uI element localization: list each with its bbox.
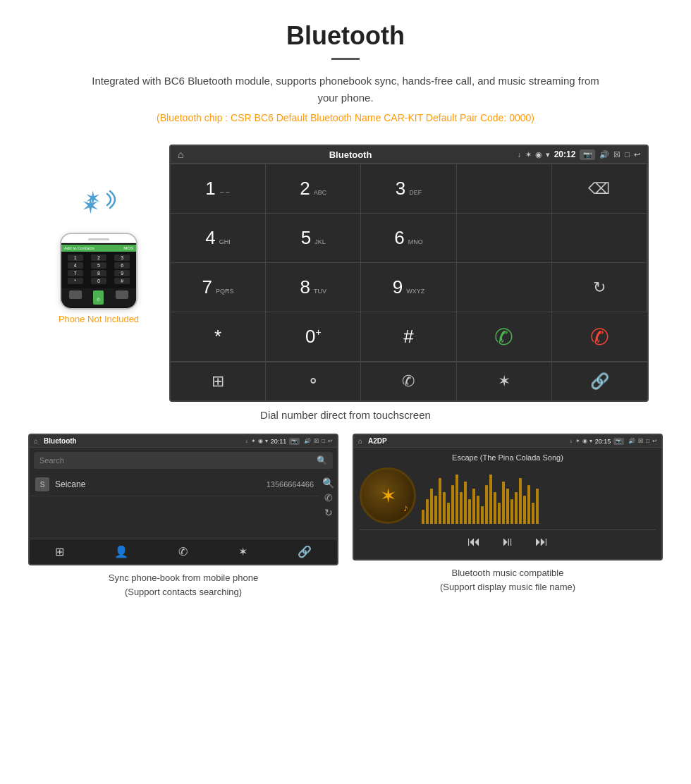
dial-key-7[interactable]: 7PQRS (171, 263, 266, 312)
next-track-button[interactable]: ⏭ (535, 534, 548, 549)
music-vol-icon[interactable]: 🔊 (628, 438, 635, 444)
dial-call-green-button[interactable]: ✆ (457, 312, 552, 362)
search-icon[interactable]: 🔍 (317, 455, 327, 465)
vis-bar (515, 492, 518, 524)
phone-key-0[interactable]: 0 (91, 278, 106, 284)
dial-call-red-button[interactable]: ✆ (552, 312, 647, 362)
contact-row[interactable]: S Seicane 13566664466 (30, 473, 319, 496)
dial-refresh-button[interactable]: ↻ (552, 263, 647, 312)
pb-back-icon[interactable]: ↩ (328, 438, 333, 444)
pb-vol-icon[interactable]: 🔊 (304, 438, 311, 444)
pb-home-icon[interactable]: ⌂ (34, 437, 38, 445)
music-back-icon[interactable]: ↩ (652, 438, 657, 444)
dial-bottom-bluetooth-button[interactable]: ✶ (457, 362, 552, 400)
music-close-icon[interactable]: ☒ (638, 438, 643, 444)
dial-key-5[interactable]: 5JKL (266, 214, 361, 263)
phone-screen-header: Add to Contacts MOS (61, 245, 136, 252)
vis-bar (477, 496, 479, 524)
phone-side: ✶ ✶ Add to Contacts MOS 1 (42, 187, 155, 324)
dial-key-3[interactable]: 3DEF (361, 164, 456, 214)
phone-key-7[interactable]: 7 (68, 270, 83, 276)
phonebook-search-bar[interactable]: Search 🔍 (34, 452, 333, 469)
pb-person-button[interactable]: 👤 (114, 545, 128, 558)
pb-call-button[interactable]: ✆ (178, 545, 188, 558)
dial-bottom-contacts-button[interactable]: ⚬ (266, 362, 361, 400)
phone-dialer-row: 4 5 6 (63, 262, 134, 269)
phone-key-6[interactable]: 6 (114, 262, 130, 269)
dial-key-2[interactable]: 2ABC (266, 164, 361, 214)
pb-phone-right-icon[interactable]: ✆ (324, 492, 333, 503)
dial-screen: ⌂ Bluetooth ↓ ✶ ◉ ▾ 20:12 📷 🔊 ☒ □ ↩ 1∽∽ … (169, 145, 649, 402)
pb-refresh-right-icon[interactable]: ↻ (324, 507, 333, 518)
main-dial-area: ✶ ✶ Add to Contacts MOS 1 (0, 145, 691, 402)
phone-key-3[interactable]: 3 (114, 255, 130, 261)
music-song-title: Escape (The Pina Colada Song) (452, 453, 563, 462)
pb-loc-icon: ◉ (258, 438, 263, 444)
phone-screen: Add to Contacts MOS 1 2 3 4 5 6 7 (61, 243, 136, 308)
vis-bar (481, 506, 484, 524)
page-title: Bluetooth (14, 21, 677, 51)
pb-status-icons: ✶ ◉ ▾ (251, 438, 268, 444)
dial-key-9[interactable]: 9WXYZ (361, 263, 456, 312)
camera-button[interactable]: 📷 (580, 149, 595, 160)
vis-bar (502, 482, 505, 524)
music-screen-content: Escape (The Pina Colada Song) ✶ ♪ (354, 448, 661, 559)
music-window-icon[interactable]: □ (646, 438, 649, 444)
back-icon[interactable]: ↩ (634, 150, 640, 159)
vis-bar (506, 489, 509, 524)
close-icon[interactable]: ☒ (613, 150, 620, 159)
window-icon[interactable]: □ (625, 150, 630, 159)
home-icon[interactable]: ⌂ (178, 149, 183, 160)
prev-track-button[interactable]: ⏮ (467, 534, 480, 549)
phonebook-status-bar: ⌂ Bluetooth ↓ ✶ ◉ ▾ 20:11 📷 🔊 ☒ □ ↩ (30, 435, 337, 448)
phone-key-star[interactable]: * (68, 278, 83, 284)
phone-key-9[interactable]: 9 (114, 270, 130, 276)
phone-key-hash[interactable]: # (114, 278, 130, 284)
dial-key-4[interactable]: 4GHI (171, 214, 266, 263)
dial-bottom-grid-button[interactable]: ⊞ (171, 362, 266, 400)
phone-mockup: Add to Contacts MOS 1 2 3 4 5 6 7 (60, 233, 137, 310)
phone-call-button[interactable]: ✆ (93, 290, 104, 305)
phone-key-4[interactable]: 4 (68, 262, 83, 269)
phone-key-8[interactable]: 8 (91, 270, 106, 276)
dial-key-8[interactable]: 8TUV (266, 263, 361, 312)
vis-bar (443, 492, 446, 524)
music-home-icon[interactable]: ⌂ (358, 437, 362, 445)
dial-key-star[interactable]: * (171, 312, 266, 362)
pb-bt-icon: ✶ (251, 438, 256, 444)
dial-key-0[interactable]: 0+ (266, 312, 361, 362)
pb-search-right-icon[interactable]: 🔍 (322, 477, 334, 489)
search-placeholder: Search (39, 456, 64, 465)
pb-link-button[interactable]: 🔗 (298, 545, 312, 558)
pb-close-icon[interactable]: ☒ (314, 438, 319, 444)
pb-title: Bluetooth (44, 437, 243, 445)
phone-dialer: 1 2 3 4 5 6 7 8 9 * (61, 252, 136, 288)
phone-screen-label: Add to Contacts (64, 246, 94, 250)
phone-key-5[interactable]: 5 (91, 262, 106, 269)
pb-grid-button[interactable]: ⊞ (55, 545, 64, 558)
dial-key-hash[interactable]: # (361, 312, 456, 362)
music-art-area: ✶ ♪ (360, 467, 656, 524)
vis-bar (439, 478, 441, 524)
dial-bottom-bar: ⊞ ⚬ ✆ ✶ 🔗 (171, 362, 647, 400)
dial-bottom-call-button[interactable]: ✆ (361, 362, 456, 400)
pb-window-icon[interactable]: □ (322, 438, 325, 444)
phone-key-1[interactable]: 1 (68, 255, 83, 261)
music-loc-icon: ◉ (582, 438, 587, 444)
vis-bar (536, 489, 539, 524)
volume-icon[interactable]: 🔊 (599, 150, 609, 159)
dial-key-6[interactable]: 6MNO (361, 214, 456, 263)
pb-cam-button[interactable]: 📷 (289, 438, 300, 445)
phone-key-2[interactable]: 2 (91, 255, 106, 261)
music-cam-button[interactable]: 📷 (613, 438, 624, 445)
phonebook-caption-line2: (Support contacts searching) (125, 587, 242, 597)
pb-bluetooth-button[interactable]: ✶ (238, 545, 247, 558)
dial-bottom-link-button[interactable]: 🔗 (552, 362, 647, 400)
dial-backspace-button[interactable]: ⌫ (552, 164, 647, 214)
play-pause-button[interactable]: ⏯ (501, 534, 514, 549)
phonebook-screen: ⌂ Bluetooth ↓ ✶ ◉ ▾ 20:11 📷 🔊 ☒ □ ↩ Sear… (28, 434, 338, 565)
music-caption: Bluetooth music compatible (Support disp… (440, 566, 575, 594)
phonebook-bottom-bar: ⊞ 👤 ✆ ✶ 🔗 (30, 539, 337, 564)
music-time: 20:15 (595, 438, 611, 445)
dial-key-1[interactable]: 1∽∽ (171, 164, 266, 214)
